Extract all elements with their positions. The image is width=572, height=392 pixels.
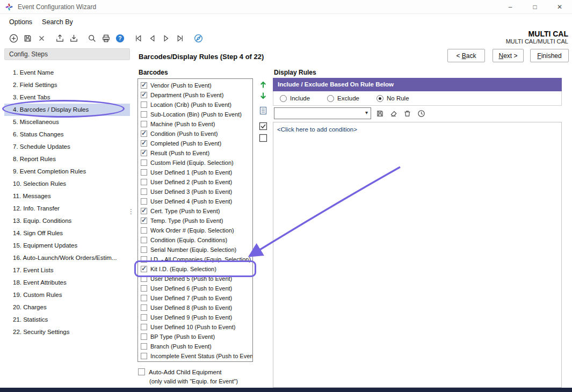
- rule-erase-button[interactable]: [388, 108, 399, 119]
- barcode-item[interactable]: Branch (Push to Event): [138, 342, 252, 351]
- next-button[interactable]: Next >: [493, 49, 524, 62]
- barcode-item[interactable]: Temp. Type (Push to Event): [138, 216, 252, 226]
- barcode-checkbox[interactable]: [141, 275, 147, 282]
- barcode-item[interactable]: Sub-Location (Bin) (Push to Event): [138, 110, 252, 119]
- barcode-checkbox[interactable]: [141, 188, 147, 195]
- menu-item-options[interactable]: Options: [4, 16, 37, 28]
- barcode-item[interactable]: User Defined 10 (Push to Event): [138, 322, 252, 332]
- auto-add-child-equipment-checkbox[interactable]: Auto-Add Child Equipment: [138, 368, 222, 375]
- sidebar-step-2[interactable]: 2. Field Settings: [4, 79, 130, 91]
- barcode-item[interactable]: User Defined 2 (Push to Event): [138, 177, 252, 187]
- sidebar-step-6[interactable]: 6. Status Changes: [4, 128, 130, 141]
- close-button[interactable]: ✕: [547, 0, 572, 14]
- barcode-item[interactable]: User Defined 7 (Push to Event): [138, 293, 252, 303]
- print-button[interactable]: [100, 32, 112, 44]
- sidebar-step-7[interactable]: 7. Schedule Updates: [4, 141, 130, 153]
- barcode-item[interactable]: Vendor (Push to Event): [138, 81, 252, 90]
- sidebar-step-5[interactable]: 5. Miscellaneous: [4, 116, 130, 128]
- add-condition-link[interactable]: <Click here to add condition>: [273, 122, 561, 133]
- barcode-checkbox[interactable]: [141, 92, 147, 98]
- move-down-button[interactable]: [258, 91, 269, 101]
- barcode-checkbox[interactable]: [141, 256, 147, 263]
- rule-combobox[interactable]: [274, 107, 371, 119]
- barcode-item[interactable]: Incomplete Event Status (Push to Event): [138, 351, 252, 361]
- sidebar-step-17[interactable]: 17. Event Lists: [4, 264, 130, 277]
- barcode-item[interactable]: Cert. Type (Push to Event): [138, 206, 252, 216]
- barcode-checkbox[interactable]: [141, 246, 147, 253]
- barcode-checkbox[interactable]: [141, 130, 147, 137]
- minimize-button[interactable]: –: [498, 0, 523, 14]
- barcode-checkbox[interactable]: [141, 169, 147, 176]
- search-button[interactable]: [86, 32, 98, 44]
- import-button[interactable]: [68, 32, 79, 44]
- barcode-checkbox[interactable]: [141, 198, 147, 205]
- barcode-checkbox[interactable]: [141, 111, 147, 118]
- sidebar-step-11[interactable]: 11. Messages: [4, 190, 130, 202]
- sidebar-step-14[interactable]: 14. Sign Off Rules: [4, 227, 130, 239]
- export-button[interactable]: [54, 32, 66, 44]
- nav-next-button[interactable]: [160, 32, 172, 44]
- sidebar-step-15[interactable]: 15. Equipment Updates: [4, 239, 130, 252]
- sidebar-step-8[interactable]: 8. Report Rules: [4, 153, 130, 165]
- radio-include[interactable]: Include: [280, 95, 310, 102]
- menu-item-search-by[interactable]: Search By: [37, 16, 78, 28]
- barcode-checkbox[interactable]: [141, 150, 147, 156]
- rule-history-button[interactable]: [416, 108, 426, 119]
- splitter-handle[interactable]: ⋮: [128, 210, 132, 213]
- sidebar-step-9[interactable]: 9. Event Completion Rules: [4, 165, 130, 178]
- nav-first-button[interactable]: [132, 32, 144, 44]
- barcode-item[interactable]: Kit I.D. (Equip. Selection): [138, 264, 252, 274]
- maximize-button[interactable]: □: [523, 0, 547, 14]
- sidebar-step-16[interactable]: 16. Auto-Launch/Work Orders/Estim...: [4, 252, 130, 264]
- barcode-item[interactable]: BP Type (Push to Event): [138, 332, 252, 342]
- barcode-item[interactable]: Work Order # (Equip. Selection): [138, 226, 252, 235]
- barcode-item[interactable]: I.D. - All Companies (Equip. Selection): [138, 255, 252, 264]
- barcode-item[interactable]: User Defined 1 (Push to Event): [138, 168, 252, 177]
- back-button[interactable]: < Back: [447, 49, 485, 62]
- barcode-checkbox[interactable]: [141, 217, 147, 224]
- sidebar-step-19[interactable]: 19. Custom Rules: [4, 289, 130, 301]
- barcode-checkbox[interactable]: [141, 353, 147, 359]
- barcode-checkbox[interactable]: [141, 237, 147, 243]
- barcode-item[interactable]: Custom Field (Equip. Selection): [138, 158, 252, 168]
- sidebar-step-1[interactable]: 1. Event Name: [4, 67, 130, 79]
- barcode-checkbox[interactable]: [141, 159, 147, 166]
- barcode-item[interactable]: Result (Push to Event): [138, 148, 252, 158]
- barcode-item[interactable]: User Defined 3 (Push to Event): [138, 187, 252, 197]
- sidebar-step-4[interactable]: 4. Barcodes / Display Rules: [4, 104, 130, 116]
- add-button[interactable]: [8, 32, 19, 44]
- barcode-checkbox[interactable]: [141, 82, 147, 89]
- barcode-checkbox[interactable]: [141, 304, 147, 311]
- barcode-item[interactable]: Location (Crib) (Push to Event): [138, 100, 252, 110]
- barcode-checkbox[interactable]: [141, 343, 147, 350]
- barcode-checkbox[interactable]: [141, 101, 147, 108]
- barcode-checkbox[interactable]: [141, 179, 147, 185]
- radio-no-rule[interactable]: No Rule: [376, 95, 409, 102]
- barcode-checkbox[interactable]: [141, 295, 147, 301]
- barcode-item[interactable]: User Defined 5 (Push to Event): [138, 274, 252, 284]
- barcode-item[interactable]: Machine (Push to Event): [138, 119, 252, 129]
- help-button[interactable]: ?: [114, 32, 126, 44]
- sidebar-step-10[interactable]: 10. Selection Rules: [4, 178, 130, 190]
- radio-exclude[interactable]: Exclude: [327, 95, 359, 102]
- barcode-checkbox[interactable]: [141, 140, 147, 147]
- barcode-item[interactable]: Condition (Push to Event): [138, 129, 252, 139]
- notes-button[interactable]: [258, 105, 269, 116]
- barcode-checkbox[interactable]: [141, 266, 147, 272]
- check-all-button[interactable]: [258, 121, 269, 132]
- sidebar-step-12[interactable]: 12. Info. Transfer: [4, 202, 130, 215]
- save-button[interactable]: [21, 32, 33, 44]
- barcode-checkbox[interactable]: [141, 314, 147, 321]
- sidebar-step-21[interactable]: 21. Statistics: [4, 314, 130, 326]
- sidebar-step-20[interactable]: 20. Charges: [4, 301, 130, 314]
- sidebar-step-3[interactable]: 3. Event Tabs: [4, 91, 130, 104]
- rule-delete-button[interactable]: [402, 108, 412, 119]
- barcode-item[interactable]: Completed (Push to Event): [138, 139, 252, 148]
- barcode-checkbox[interactable]: [141, 208, 147, 214]
- move-up-button[interactable]: [258, 79, 269, 90]
- barcode-item[interactable]: User Defined 6 (Push to Event): [138, 284, 252, 293]
- barcode-checkbox[interactable]: [141, 227, 147, 234]
- barcode-item[interactable]: User Defined 8 (Push to Event): [138, 303, 252, 313]
- barcode-checkbox[interactable]: [141, 324, 147, 330]
- sidebar-step-22[interactable]: 22. Security Settings: [4, 326, 130, 338]
